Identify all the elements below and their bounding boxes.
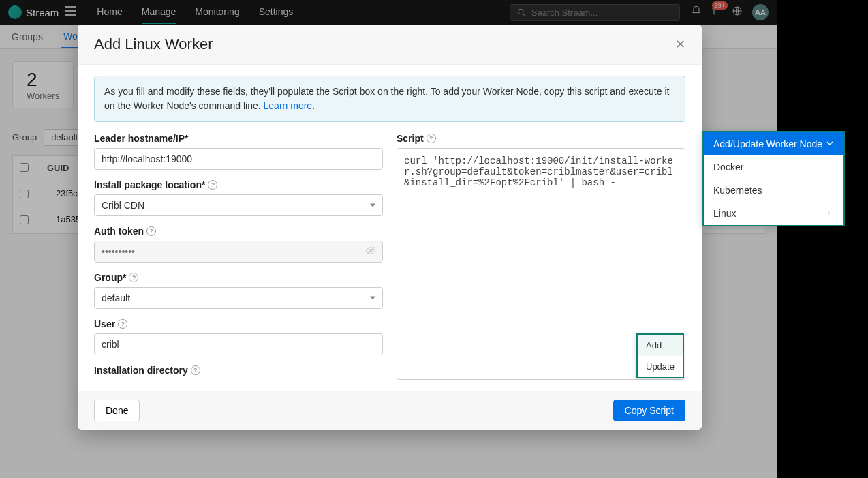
info-box: As you fill and modify these fields, the…	[94, 76, 685, 122]
done-button[interactable]: Done	[94, 400, 140, 421]
panel-item-docker[interactable]: Docker	[704, 155, 843, 179]
submenu-update[interactable]: Update	[638, 356, 683, 377]
copy-script-button[interactable]: Copy Script	[613, 400, 685, 421]
user-label: User	[94, 318, 115, 329]
add-linux-worker-modal: Add Linux Worker ✕ As you fill and modif…	[78, 25, 702, 430]
script-label: Script	[397, 133, 424, 144]
chevron-down-icon	[826, 138, 834, 149]
eye-icon[interactable]	[365, 245, 376, 258]
help-icon[interactable]: ?	[427, 134, 436, 143]
add-update-submenu: Add Update	[636, 333, 684, 378]
add-update-worker-panel: Add/Update Worker Node Docker Kubernetes…	[702, 131, 845, 226]
learn-more-link[interactable]: Learn more	[264, 100, 313, 111]
group-label: Group*	[94, 272, 126, 283]
leader-label: Leader hostname/IP*	[94, 133, 189, 144]
user-input[interactable]	[94, 333, 383, 355]
side-panel-header[interactable]: Add/Update Worker Node	[704, 132, 843, 155]
help-icon[interactable]: ?	[118, 319, 127, 329]
install-location-select[interactable]: Cribl CDN	[94, 194, 383, 216]
help-icon[interactable]: ?	[129, 273, 138, 282]
install-dir-label: Installation directory	[94, 365, 188, 376]
close-icon[interactable]: ✕	[675, 37, 685, 52]
side-panel-title: Add/Update Worker Node	[713, 138, 822, 149]
submenu-add[interactable]: Add	[638, 335, 683, 356]
install-loc-label: Install package location*	[94, 179, 205, 190]
auth-token-label: Auth token	[94, 226, 144, 237]
help-icon[interactable]: ?	[146, 226, 156, 236]
panel-item-kubernetes[interactable]: Kubernetes	[704, 179, 843, 202]
panel-item-linux[interactable]: Linux〉	[704, 202, 843, 225]
help-icon[interactable]: ?	[208, 180, 217, 190]
info-text: As you fill and modify these fields, the…	[104, 86, 669, 111]
group-select[interactable]: default	[94, 287, 383, 309]
auth-token-input[interactable]	[94, 241, 383, 263]
help-icon[interactable]: ?	[191, 365, 200, 375]
modal-title: Add Linux Worker	[94, 35, 213, 53]
leader-hostname-input[interactable]	[94, 148, 383, 170]
chevron-right-icon: 〉	[827, 209, 834, 218]
